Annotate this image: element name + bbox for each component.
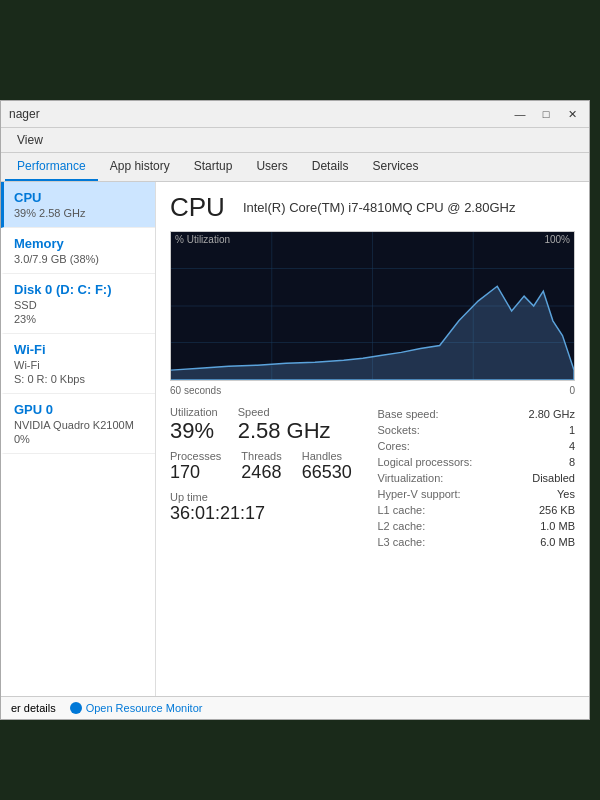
utilization-value: 39% xyxy=(170,418,218,444)
uptime-value: 36:01:21:17 xyxy=(170,503,368,524)
tab-app-history[interactable]: App history xyxy=(98,153,182,181)
sidebar-item-memory[interactable]: Memory 3.0/7.9 GB (38%) xyxy=(1,228,155,274)
tab-performance[interactable]: Performance xyxy=(5,153,98,181)
sidebar-item-cpu[interactable]: CPU 39% 2.58 GHz xyxy=(1,182,155,228)
detail-basespeed: Base speed: 2.80 GHz xyxy=(378,406,576,422)
sidebar-disk-title: Disk 0 (D: C: F:) xyxy=(14,282,145,297)
menu-bar: View xyxy=(1,128,589,153)
graph-y-label: % Utilization xyxy=(175,234,230,245)
detail-hyperv: Hyper-V support: Yes xyxy=(378,486,576,502)
cpu-title: CPU xyxy=(170,192,225,223)
cpu-graph: % Utilization 100% xyxy=(170,231,575,381)
handles-block: Handles 66530 xyxy=(302,450,352,483)
detail-l2-label: L2 cache: xyxy=(378,520,426,532)
sidebar-disk-sub2: 23% xyxy=(14,313,145,325)
detail-cores-label: Cores: xyxy=(378,440,410,452)
detail-l1-label: L1 cache: xyxy=(378,504,426,516)
utilization-label: Utilization xyxy=(170,406,218,418)
main-panel: CPU Intel(R) Core(TM) i7-4810MQ CPU @ 2.… xyxy=(156,182,589,696)
sidebar-gpu-sub1: NVIDIA Quadro K2100M xyxy=(14,419,145,431)
detail-cores-value: 4 xyxy=(569,440,575,452)
speed-block: Speed 2.58 GHz xyxy=(238,406,331,444)
detail-l2-value: 1.0 MB xyxy=(540,520,575,532)
cpu-graph-svg xyxy=(171,232,574,380)
content-area: CPU 39% 2.58 GHz Memory 3.0/7.9 GB (38%)… xyxy=(1,182,589,696)
tab-details[interactable]: Details xyxy=(300,153,361,181)
cpu-model: Intel(R) Core(TM) i7-4810MQ CPU @ 2.80GH… xyxy=(243,200,516,215)
sidebar-item-gpu[interactable]: GPU 0 NVIDIA Quadro K2100M 0% xyxy=(1,394,155,454)
tab-users[interactable]: Users xyxy=(244,153,299,181)
threads-label: Threads xyxy=(241,450,281,462)
close-button[interactable]: ✕ xyxy=(563,105,581,123)
processes-value: 170 xyxy=(170,462,221,483)
threads-block: Threads 2468 xyxy=(241,450,281,483)
processes-block: Processes 170 xyxy=(170,450,221,483)
open-resource-monitor-link[interactable]: Open Resource Monitor xyxy=(70,702,203,714)
detail-l2: L2 cache: 1.0 MB xyxy=(378,518,576,534)
detail-hyperv-label: Hyper-V support: xyxy=(378,488,461,500)
tab-bar: Performance App history Startup Users De… xyxy=(1,153,589,182)
sidebar-memory-sub: 3.0/7.9 GB (38%) xyxy=(14,253,145,265)
detail-logical-value: 8 xyxy=(569,456,575,468)
uptime-label: Up time xyxy=(170,491,368,503)
detail-virt-label: Virtualization: xyxy=(378,472,444,484)
detail-cores: Cores: 4 xyxy=(378,438,576,454)
monitor-icon xyxy=(70,702,82,714)
maximize-button[interactable]: □ xyxy=(537,105,555,123)
sidebar-gpu-sub2: 0% xyxy=(14,433,145,445)
sidebar-wifi-title: Wi-Fi xyxy=(14,342,145,357)
processes-label: Processes xyxy=(170,450,221,462)
cpu-header: CPU Intel(R) Core(TM) i7-4810MQ CPU @ 2.… xyxy=(170,192,575,223)
title-bar: nager — □ ✕ xyxy=(1,101,589,128)
detail-l1-value: 256 KB xyxy=(539,504,575,516)
stats-row-1: Utilization 39% Speed 2.58 GHz xyxy=(170,406,368,444)
detail-l3-label: L3 cache: xyxy=(378,536,426,548)
bottom-bar: er details Open Resource Monitor xyxy=(1,696,589,719)
detail-sockets-value: 1 xyxy=(569,424,575,436)
detail-virtualization: Virtualization: Disabled xyxy=(378,470,576,486)
task-manager-window: nager — □ ✕ View Performance App history… xyxy=(0,100,590,720)
details-grid: Base speed: 2.80 GHz Sockets: 1 Cores: 4… xyxy=(368,406,576,550)
sidebar: CPU 39% 2.58 GHz Memory 3.0/7.9 GB (38%)… xyxy=(1,182,156,696)
sidebar-item-wifi[interactable]: Wi-Fi Wi-Fi S: 0 R: 0 Kbps xyxy=(1,334,155,394)
detail-virt-value: Disabled xyxy=(532,472,575,484)
detail-basespeed-value: 2.80 GHz xyxy=(529,408,575,420)
graph-x-label: 60 seconds xyxy=(170,385,221,396)
speed-value: 2.58 GHz xyxy=(238,418,331,444)
graph-x-max: 0 xyxy=(569,385,575,396)
sidebar-disk-sub1: SSD xyxy=(14,299,145,311)
menu-view[interactable]: View xyxy=(9,130,51,150)
window-title: nager xyxy=(9,107,40,121)
sidebar-memory-title: Memory xyxy=(14,236,145,251)
detail-l1: L1 cache: 256 KB xyxy=(378,502,576,518)
detail-l3-value: 6.0 MB xyxy=(540,536,575,548)
uptime-block: Up time 36:01:21:17 xyxy=(170,491,368,524)
minimize-button[interactable]: — xyxy=(511,105,529,123)
sidebar-cpu-title: CPU xyxy=(14,190,145,205)
graph-footer: 60 seconds 0 xyxy=(170,385,575,396)
detail-l3: L3 cache: 6.0 MB xyxy=(378,534,576,550)
graph-y-max: 100% xyxy=(544,234,570,245)
tab-services[interactable]: Services xyxy=(360,153,430,181)
sidebar-cpu-sub: 39% 2.58 GHz xyxy=(14,207,145,219)
sidebar-gpu-title: GPU 0 xyxy=(14,402,145,417)
monitor-label: Open Resource Monitor xyxy=(86,702,203,714)
detail-sockets: Sockets: 1 xyxy=(378,422,576,438)
sidebar-item-disk[interactable]: Disk 0 (D: C: F:) SSD 23% xyxy=(1,274,155,334)
detail-basespeed-label: Base speed: xyxy=(378,408,439,420)
detail-logical-processors: Logical processors: 8 xyxy=(378,454,576,470)
tab-startup[interactable]: Startup xyxy=(182,153,245,181)
stats-row-2: Processes 170 Threads 2468 Handles 66530 xyxy=(170,450,368,483)
handles-value: 66530 xyxy=(302,462,352,483)
bottom-details-label: er details xyxy=(11,702,56,714)
threads-value: 2468 xyxy=(241,462,281,483)
speed-label: Speed xyxy=(238,406,331,418)
detail-hyperv-value: Yes xyxy=(557,488,575,500)
handles-label: Handles xyxy=(302,450,352,462)
window-controls: — □ ✕ xyxy=(511,105,581,123)
detail-logical-label: Logical processors: xyxy=(378,456,473,468)
utilization-block: Utilization 39% xyxy=(170,406,218,444)
detail-sockets-label: Sockets: xyxy=(378,424,420,436)
sidebar-wifi-sub2: S: 0 R: 0 Kbps xyxy=(14,373,145,385)
sidebar-wifi-sub1: Wi-Fi xyxy=(14,359,145,371)
